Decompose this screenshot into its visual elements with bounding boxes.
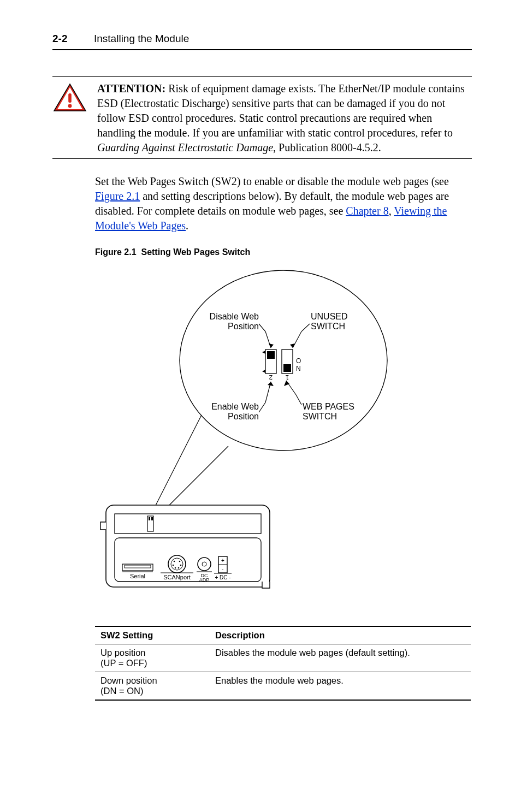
table-header-row: SW2 Setting Description: [95, 626, 471, 644]
dip-label-n: N: [296, 365, 301, 372]
attention-text: ATTENTION: Risk of equipment damage exis…: [97, 81, 472, 155]
label-switch-1: SWITCH: [311, 322, 345, 331]
svg-rect-21: [151, 517, 153, 520]
cell-desc: Enables the module web pages.: [210, 672, 471, 701]
module-icon: Serial SCANport DC ADP +: [100, 505, 270, 588]
body-text-1: Set the Web Pages Switch (SW2) to enable…: [95, 175, 449, 187]
svg-rect-12: [283, 364, 291, 372]
label-enable-web: Enable Web: [211, 402, 259, 411]
svg-point-3: [68, 104, 72, 108]
svg-point-28: [174, 561, 175, 562]
figure: Disable Web Position UNUSED SWITCH: [95, 265, 401, 606]
cell-setting-line2: (DN = ON): [100, 686, 143, 696]
chapter-link[interactable]: Chapter 8: [346, 205, 388, 217]
attention-top-rule: [52, 76, 472, 77]
svg-point-29: [179, 561, 181, 562]
svg-line-5: [149, 415, 202, 519]
svg-point-31: [180, 565, 182, 566]
section-title: Installing the Module: [94, 33, 189, 45]
figure-link[interactable]: Figure 2.1: [95, 190, 140, 202]
body-text-3: ,: [389, 205, 394, 217]
svg-rect-2: [68, 93, 72, 103]
label-dc-adp-2: ADP: [199, 577, 210, 583]
figure-caption-title: Setting Web Pages Switch: [141, 247, 250, 257]
svg-marker-15: [268, 382, 274, 386]
label-web-pages: WEB PAGES: [303, 402, 354, 411]
body-text-4: .: [186, 220, 188, 232]
svg-marker-14: [262, 370, 265, 373]
svg-point-33: [178, 567, 180, 569]
header-rule: [52, 49, 472, 50]
label-position-1: Position: [228, 322, 259, 331]
page: 2-2 Installing the Module ATTENTION: Ris…: [0, 0, 521, 812]
attention-label: ATTENTION:: [97, 82, 165, 94]
attention-block: ATTENTION: Risk of equipment damage exis…: [52, 81, 472, 159]
cell-setting: Up position (UP = OFF): [95, 644, 210, 672]
svg-marker-7: [269, 343, 274, 348]
page-number: 2-2: [52, 33, 74, 45]
table-row: Up position (UP = OFF) Disables the modu…: [95, 644, 471, 672]
label-position-2: Position: [228, 412, 259, 421]
figure-caption-number: Figure 2.1: [95, 247, 137, 257]
label-scanport: SCANport: [163, 574, 191, 580]
body-paragraph: Set the Web Pages Switch (SW2) to enable…: [95, 174, 472, 233]
label-serial: Serial: [130, 573, 145, 579]
svg-point-30: [173, 565, 174, 566]
label-switch-2: SWITCH: [303, 412, 337, 421]
cell-setting-line1: Up position: [100, 648, 146, 657]
svg-rect-20: [149, 517, 150, 520]
settings-table: SW2 Setting Description Up position (UP …: [95, 626, 472, 701]
warning-icon: [52, 82, 87, 113]
attention-body-2: , Publication 8000-4.5.2.: [273, 141, 381, 153]
svg-rect-11: [267, 351, 275, 359]
figure-caption: Figure 2.1 Setting Web Pages Switch: [95, 247, 472, 257]
cell-desc: Disables the module web pages (default s…: [210, 644, 471, 672]
svg-text:+: +: [221, 558, 224, 564]
attention-italic: Guarding Against Electrostatic Damage: [97, 141, 273, 153]
dip-switch-icon: O N 2 1: [262, 349, 301, 381]
running-header: 2-2 Installing the Module: [52, 33, 472, 45]
cell-setting-line1: Down position: [100, 675, 157, 685]
svg-marker-13: [262, 351, 265, 354]
cell-setting: Down position (DN = ON): [95, 672, 210, 701]
dip-label-2: 2: [269, 374, 273, 381]
dip-label-1: 1: [285, 374, 289, 381]
svg-point-32: [175, 567, 176, 569]
svg-rect-18: [115, 514, 261, 534]
dip-label-o: O: [296, 357, 301, 365]
label-disable-web: Disable Web: [210, 312, 259, 321]
table-row: Down position (DN = ON) Enables the modu…: [95, 672, 471, 701]
svg-rect-24: [125, 565, 151, 568]
col-header-setting: SW2 Setting: [95, 626, 210, 644]
svg-point-27: [171, 558, 183, 570]
svg-point-36: [202, 562, 206, 566]
label-dc: + DC -: [215, 574, 230, 580]
figure-svg: Disable Web Position UNUSED SWITCH: [95, 265, 401, 603]
svg-text:-: -: [222, 566, 223, 572]
cell-setting-line2: (UP = OFF): [100, 658, 147, 668]
label-unused: UNUSED: [311, 312, 348, 321]
col-header-desc: Description: [210, 626, 471, 644]
